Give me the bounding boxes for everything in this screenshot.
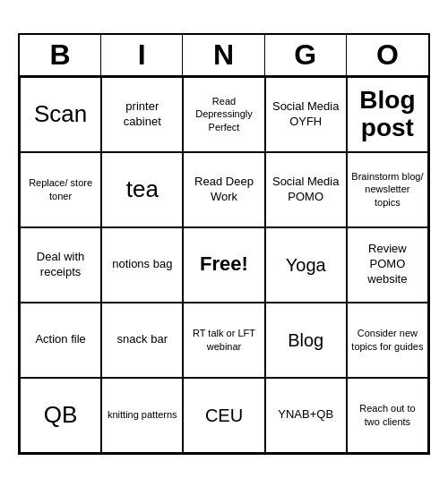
header-o: O [347,35,428,75]
cell-21[interactable]: knitting patterns [101,378,183,453]
cell-19[interactable]: Consider new topics for guides [347,303,428,378]
header-g: G [265,35,347,75]
cell-17[interactable]: RT talk or LFT webinar [183,303,264,378]
cell-2[interactable]: Read Depressingly Perfect [183,77,264,152]
cell-16[interactable]: snack bar [101,303,183,378]
header-i: I [101,35,183,75]
cell-23[interactable]: YNAB+QB [265,378,347,453]
cell-6[interactable]: tea [101,152,183,227]
cell-14[interactable]: Review POMO website [347,227,428,303]
cell-22[interactable]: CEU [183,378,264,453]
cell-7[interactable]: Read Deep Work [183,152,264,227]
cell-1[interactable]: printer cabinet [101,77,183,152]
cell-12[interactable]: Free! [183,227,264,303]
header-b: B [20,35,101,75]
cell-8[interactable]: Social Media POMO [265,152,347,227]
cell-0[interactable]: Scan [20,77,101,152]
header-n: N [183,35,264,75]
bingo-card: B I N G O Scan printer cabinet Read Depr… [18,33,430,455]
bingo-grid: Scan printer cabinet Read Depressingly P… [20,77,428,453]
cell-18[interactable]: Blog [265,303,347,378]
cell-24[interactable]: Reach out to two clients [347,378,428,453]
cell-3[interactable]: Social Media OYFH [265,77,347,152]
cell-9[interactable]: Brainstorm blog/ newsletter topics [347,152,428,227]
cell-20[interactable]: QB [20,378,101,453]
cell-10[interactable]: Deal with receipts [20,227,101,303]
cell-13[interactable]: Yoga [265,227,347,303]
cell-4[interactable]: Blog post [347,77,428,152]
cell-5[interactable]: Replace/ store toner [20,152,101,227]
cell-15[interactable]: Action file [20,303,101,378]
bingo-header: B I N G O [20,35,428,77]
cell-11[interactable]: notions bag [101,227,183,303]
